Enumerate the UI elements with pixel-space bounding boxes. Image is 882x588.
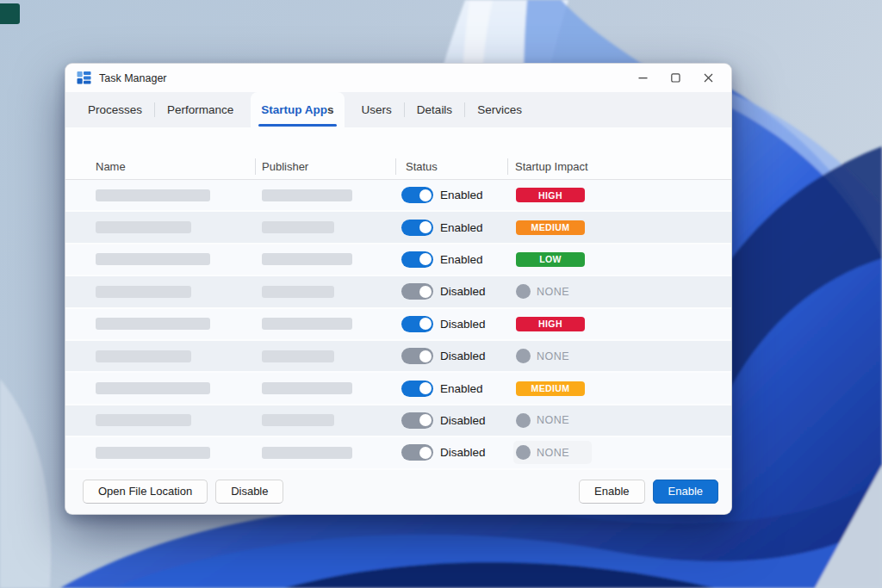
enable-button-primary[interactable]: Enable	[653, 480, 718, 504]
startup-app-row[interactable]: Disabled NONE	[65, 437, 731, 469]
startup-app-row[interactable]: Enabled LOW	[65, 244, 731, 276]
publisher-cell	[262, 447, 401, 459]
startup-impact-cell: NONE	[516, 349, 569, 363]
title-bar[interactable]: Task Manager	[65, 64, 731, 92]
publisher-placeholder-bar	[262, 318, 352, 330]
publisher-cell	[262, 414, 401, 426]
status-cell: Disabled	[401, 444, 516, 461]
desktop-background: Task Manager Proc	[0, 0, 882, 588]
status-label: Disabled	[440, 446, 486, 459]
status-label: Disabled	[440, 318, 486, 331]
table-header: Name Publisher Status Startup Impact	[65, 155, 731, 180]
column-header-name[interactable]: Name	[96, 160, 126, 173]
toggle-knob-icon	[419, 447, 432, 459]
status-toggle[interactable]	[401, 220, 433, 236]
open-file-location-button[interactable]: Open File Location	[83, 480, 208, 504]
column-divider	[507, 158, 508, 175]
name-cell	[96, 414, 262, 426]
task-manager-logo-icon	[77, 71, 91, 85]
desktop-corner-tile	[0, 3, 20, 24]
name-cell	[96, 189, 262, 201]
startup-impact-cell: NONE	[513, 441, 592, 464]
none-dot-icon	[516, 284, 531, 299]
startup-app-row[interactable]: Disabled NONE	[65, 276, 731, 308]
startup-apps-table: Enabled HIGH Enabled MEDIUM	[65, 180, 731, 470]
close-icon	[704, 73, 713, 83]
startup-apps-panel: Name Publisher Status Startup Impact Ena…	[65, 127, 731, 467]
status-cell: Enabled	[401, 187, 516, 203]
name-cell	[96, 221, 262, 233]
status-toggle[interactable]	[401, 444, 433, 461]
tab-details[interactable]: Details	[405, 92, 464, 127]
status-label: Disabled	[440, 414, 486, 427]
impact-none: NONE	[516, 413, 569, 428]
name-cell	[96, 447, 262, 459]
status-toggle[interactable]	[401, 283, 433, 300]
publisher-cell	[262, 189, 401, 201]
startup-app-row[interactable]: Disabled HIGH	[65, 309, 731, 341]
close-button[interactable]	[692, 66, 724, 90]
startup-app-row[interactable]: Enabled MEDIUM	[65, 212, 731, 244]
startup-impact-cell: MEDIUM	[516, 381, 585, 396]
column-header-status[interactable]: Status	[406, 160, 438, 173]
status-toggle[interactable]	[401, 348, 433, 364]
startup-app-row[interactable]: Disabled NONE	[65, 341, 731, 373]
tab-startup-apps[interactable]: Startup Apps	[251, 92, 344, 127]
status-toggle[interactable]	[401, 316, 433, 332]
status-label: Disabled	[440, 285, 486, 298]
impact-badge: MEDIUM	[516, 381, 585, 396]
impact-badge: MEDIUM	[516, 220, 585, 235]
name-placeholder-bar	[96, 253, 210, 265]
status-label: Enabled	[440, 382, 483, 395]
tab-processes[interactable]: Processes	[76, 92, 154, 127]
publisher-placeholder-bar	[262, 447, 352, 459]
publisher-cell	[262, 253, 401, 265]
status-label: Enabled	[440, 253, 483, 266]
status-label: Enabled	[440, 189, 483, 201]
toggle-knob-icon	[419, 286, 432, 298]
publisher-cell	[262, 221, 401, 233]
tab-performance[interactable]: Performance	[155, 92, 245, 127]
impact-none-label: NONE	[537, 350, 569, 362]
startup-impact-cell: HIGH	[516, 188, 585, 202]
status-cell: Disabled	[401, 316, 516, 332]
startup-impact-cell: NONE	[516, 284, 569, 299]
toggle-knob-icon	[419, 318, 432, 330]
tab-label-suffix: s	[327, 103, 334, 116]
status-toggle[interactable]	[401, 381, 433, 397]
column-header-startup-impact[interactable]: Startup Impact	[515, 160, 588, 173]
tab-bar: ProcessesPerformanceStartup AppsUsersDet…	[65, 92, 731, 127]
name-placeholder-bar	[96, 350, 191, 362]
publisher-placeholder-bar	[262, 382, 352, 394]
name-cell	[96, 286, 262, 298]
tab-services[interactable]: Services	[465, 92, 534, 127]
startup-app-row[interactable]: Disabled NONE	[65, 405, 731, 437]
publisher-placeholder-bar	[262, 286, 334, 298]
status-label: Enabled	[440, 221, 483, 234]
enable-button-secondary[interactable]: Enable	[579, 480, 644, 504]
name-cell	[96, 253, 262, 265]
maximize-button[interactable]	[659, 66, 692, 90]
name-placeholder-bar	[96, 318, 210, 330]
startup-impact-cell: NONE	[516, 413, 569, 428]
impact-badge: LOW	[516, 252, 585, 267]
startup-app-row[interactable]: Enabled HIGH	[65, 180, 731, 212]
publisher-placeholder-bar	[262, 414, 334, 426]
toggle-knob-icon	[419, 221, 432, 233]
tab-users[interactable]: Users	[350, 92, 404, 127]
status-toggle[interactable]	[401, 187, 433, 203]
status-toggle[interactable]	[401, 412, 433, 429]
toggle-knob-icon	[419, 382, 432, 394]
impact-none: NONE	[516, 349, 569, 363]
maximize-icon	[671, 73, 680, 83]
action-bar: Open File Location Disable Enable Enable	[65, 467, 731, 514]
column-divider	[395, 158, 396, 175]
none-dot-icon	[516, 349, 531, 363]
status-toggle[interactable]	[401, 251, 433, 268]
minimize-button[interactable]	[626, 66, 659, 90]
name-placeholder-bar	[96, 382, 210, 394]
startup-app-row[interactable]: Enabled MEDIUM	[65, 373, 731, 405]
column-header-publisher[interactable]: Publisher	[262, 160, 308, 173]
impact-none: NONE	[516, 445, 569, 460]
disable-button[interactable]: Disable	[215, 480, 283, 504]
